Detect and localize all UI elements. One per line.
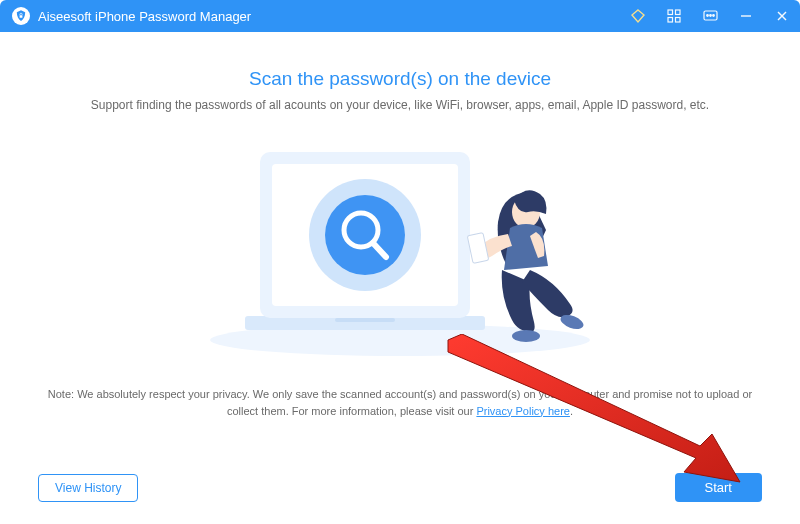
svg-rect-3 xyxy=(676,10,681,15)
privacy-note: Note: We absolutely respect your privacy… xyxy=(40,386,760,419)
svg-rect-1 xyxy=(20,15,23,18)
footer-bar: View History Start xyxy=(0,473,800,502)
page-title: Scan the password(s) on the device xyxy=(249,68,551,90)
app-logo-icon xyxy=(12,7,30,25)
app-window: Aiseesoft iPhone Password Manager Scan t… xyxy=(0,0,800,524)
feedback-icon[interactable] xyxy=(692,0,728,32)
svg-point-9 xyxy=(712,14,714,16)
svg-point-7 xyxy=(706,14,708,16)
minimize-button[interactable] xyxy=(728,0,764,32)
view-history-button[interactable]: View History xyxy=(38,474,138,502)
page-subtitle: Support finding the passwords of all aco… xyxy=(91,98,709,112)
hero-illustration xyxy=(140,130,660,360)
svg-rect-2 xyxy=(668,10,673,15)
svg-point-19 xyxy=(325,195,405,275)
privacy-note-text: Note: We absolutely respect your privacy… xyxy=(48,388,752,417)
close-button[interactable] xyxy=(764,0,800,32)
svg-rect-15 xyxy=(335,318,395,322)
svg-point-8 xyxy=(709,14,711,16)
app-title: Aiseesoft iPhone Password Manager xyxy=(38,9,251,24)
svg-rect-23 xyxy=(467,233,488,264)
apps-grid-icon[interactable] xyxy=(656,0,692,32)
svg-rect-4 xyxy=(668,18,673,23)
titlebar-right xyxy=(620,0,800,32)
titlebar: Aiseesoft iPhone Password Manager xyxy=(0,0,800,32)
main-content: Scan the password(s) on the device Suppo… xyxy=(0,32,800,524)
titlebar-left: Aiseesoft iPhone Password Manager xyxy=(0,7,251,25)
start-button[interactable]: Start xyxy=(675,473,762,502)
svg-point-24 xyxy=(512,330,540,342)
privacy-note-suffix: . xyxy=(570,405,573,417)
privacy-policy-link[interactable]: Privacy Policy here xyxy=(476,405,570,417)
svg-rect-5 xyxy=(676,18,681,23)
membership-icon[interactable] xyxy=(620,0,656,32)
